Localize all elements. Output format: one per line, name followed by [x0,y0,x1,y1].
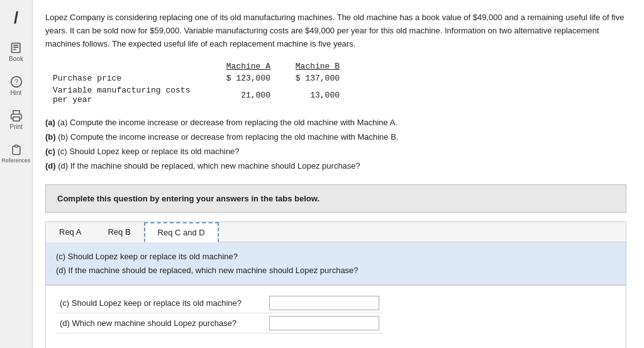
answer-label-c: (c) Should Lopez keep or replace its old… [56,293,265,313]
data-table: Machine A Machine B Purchase price $ 123… [45,60,347,106]
hint-label: Hint [11,89,22,96]
book-label: Book [9,55,23,62]
print-label: Print [9,123,23,130]
table-row: Variable manufacturing costs per year 21… [45,84,347,106]
sidebar: / Book ? Hint Print References [0,0,33,348]
tab-req-b[interactable]: Req B [94,222,143,242]
answer-input-d[interactable] [265,313,383,334]
instruction-line2: (d) If the machine should be replaced, w… [56,264,616,277]
sidebar-item-hint[interactable]: ? Hint [5,74,28,97]
tab-req-c-and-d[interactable]: Req C and D [144,222,219,242]
sidebar-item-references[interactable]: References [5,142,28,165]
row2-label: Variable manufacturing costs per year [45,84,209,106]
tabs-row: Req A Req B Req C and D [46,222,626,242]
questions-section: (a) (a) Compute the income increase or d… [45,116,626,173]
machine-a-header: Machine A [209,60,278,72]
answer-input-c[interactable] [265,293,383,313]
answer-row-1: (c) Should Lopez keep or replace its old… [56,293,383,313]
row2-machine-b: 13,000 [278,84,347,106]
tabs-container: Req A Req B Req C and D (c) Should Lopez… [45,222,626,348]
input-d[interactable] [269,316,379,330]
complete-box: Complete this question by entering your … [45,184,626,213]
row1-machine-a: $ 123,000 [209,72,278,84]
answer-section: (c) Should Lopez keep or replace its old… [46,286,626,341]
machine-b-header: Machine B [278,60,347,72]
question-a: (a) (a) Compute the income increase or d… [45,116,626,130]
instruction-area: (c) Should Lopez keep or replace its old… [46,242,626,285]
answer-label-d: (d) Which new machine should Lopez purch… [56,313,265,334]
nav-buttons: < Req B Req C and D > [46,341,626,348]
answer-row-2: (d) Which new machine should Lopez purch… [56,313,383,334]
references-label: References [1,157,30,164]
sidebar-item-book[interactable]: Book [5,40,28,63]
complete-text: Complete this question by entering your … [57,194,319,203]
svg-text:?: ? [14,78,18,86]
main-content: Lopez Company is considering replacing o… [33,0,644,348]
row2-machine-a: 21,000 [209,84,278,106]
question-d: (d) (d) If the machine should be replace… [45,159,626,174]
problem-text: Lopez Company is considering replacing o… [45,11,626,50]
sidebar-item-print[interactable]: Print [5,108,28,131]
question-b: (b) (b) Compute the income increase or d… [45,130,626,145]
input-c[interactable] [269,296,379,310]
tab-req-a[interactable]: Req A [46,222,94,242]
slash-icon: / [5,6,28,29]
instruction-line1: (c) Should Lopez keep or replace its old… [56,250,616,263]
answer-table: (c) Should Lopez keep or replace its old… [56,293,383,334]
row1-label: Purchase price [45,72,209,84]
question-c: (c) (c) Should Lopez keep or replace its… [45,145,626,159]
table-row: Purchase price $ 123,000 $ 137,000 [45,72,347,84]
row1-machine-b: $ 137,000 [278,72,347,84]
